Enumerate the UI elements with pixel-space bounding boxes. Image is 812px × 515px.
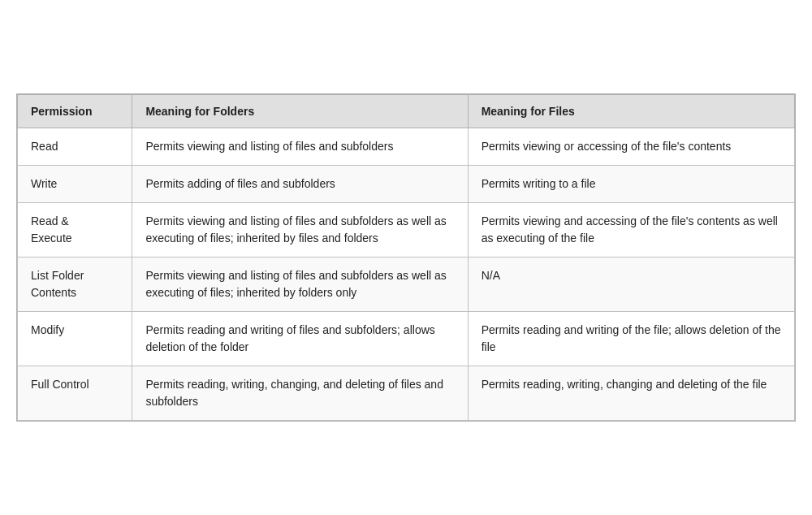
- cell-permission: List FolderContents: [18, 258, 132, 312]
- table-row: ReadPermits viewing and listing of files…: [18, 128, 795, 166]
- cell-permission: Read &Execute: [18, 203, 132, 258]
- table-header-row: Permission Meaning for Folders Meaning f…: [18, 95, 795, 128]
- table-row: Read &ExecutePermits viewing and listing…: [18, 203, 795, 258]
- cell-meaning-files: Permits viewing or accessing of the file…: [468, 128, 794, 166]
- cell-permission: Read: [18, 128, 132, 166]
- cell-meaning-files: Permits reading, writing, changing and d…: [468, 366, 794, 421]
- header-permission: Permission: [18, 95, 132, 128]
- cell-meaning-files: Permits writing to a file: [468, 166, 794, 203]
- table-row: ModifyPermits reading and writing of fil…: [18, 312, 795, 366]
- cell-meaning-files: N/A: [468, 258, 794, 312]
- cell-meaning-folders: Permits viewing and listing of files and…: [132, 128, 468, 166]
- cell-permission: Modify: [18, 312, 132, 366]
- cell-meaning-files: Permits reading and writing of the file;…: [468, 312, 794, 366]
- cell-permission: Write: [18, 166, 132, 203]
- header-meaning-files: Meaning for Files: [468, 95, 794, 128]
- cell-permission: Full Control: [18, 366, 132, 421]
- table-row: WritePermits adding of files and subfold…: [18, 166, 795, 203]
- cell-meaning-folders: Permits viewing and listing of files and…: [132, 203, 468, 258]
- cell-meaning-folders: Permits reading and writing of files and…: [132, 312, 468, 366]
- permissions-table-wrapper: Permission Meaning for Folders Meaning f…: [16, 93, 796, 422]
- permissions-table: Permission Meaning for Folders Meaning f…: [17, 94, 795, 421]
- table-row: List FolderContentsPermits viewing and l…: [18, 258, 795, 312]
- table-row: Full ControlPermits reading, writing, ch…: [18, 366, 795, 421]
- cell-meaning-folders: Permits viewing and listing of files and…: [132, 258, 468, 312]
- cell-meaning-files: Permits viewing and accessing of the fil…: [468, 203, 794, 258]
- cell-meaning-folders: Permits reading, writing, changing, and …: [132, 366, 468, 421]
- header-meaning-folders: Meaning for Folders: [132, 95, 468, 128]
- cell-meaning-folders: Permits adding of files and subfolders: [132, 166, 468, 203]
